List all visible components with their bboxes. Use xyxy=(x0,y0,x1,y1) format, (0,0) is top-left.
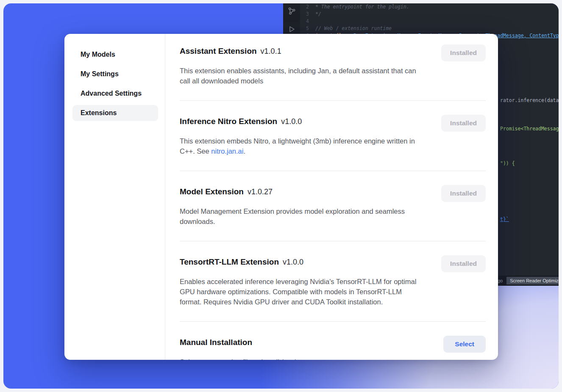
screen-reader-badge[interactable]: Screen Reader Optimize xyxy=(506,277,559,284)
nitro-jan-ai-link[interactable]: nitro.jan.ai xyxy=(211,147,243,155)
installed-button[interactable]: Installed xyxy=(441,115,486,132)
run-and-debug-icon[interactable] xyxy=(287,25,296,35)
installed-button[interactable]: Installed xyxy=(441,255,486,272)
extension-version: v1.0.0 xyxy=(281,117,302,126)
sidebar-item-extensions[interactable]: Extensions xyxy=(72,105,158,121)
code-line: 4 xyxy=(300,18,559,25)
extensions-list: Assistant Extensionv1.0.1 Installed This… xyxy=(165,34,498,360)
code-text: * The entrypoint for the plugin. xyxy=(315,3,409,11)
installed-button[interactable]: Installed xyxy=(441,185,486,202)
extension-row-tensorrt: TensortRT-LLM Extensionv1.0.0 Installed … xyxy=(180,241,486,322)
extension-row-nitro: Inference Nitro Extensionv1.0.0 Installe… xyxy=(180,101,486,171)
line-number: 2 xyxy=(300,3,315,11)
extension-title-text: Assistant Extension xyxy=(180,47,257,55)
extension-name: Inference Nitro Extensionv1.0.0 xyxy=(180,116,302,127)
select-file-button[interactable]: Select xyxy=(443,336,486,353)
extension-description: This extension embeds Nitro, a lightweig… xyxy=(180,136,425,156)
extension-version: v1.0.0 xyxy=(283,258,303,266)
graph-icon[interactable] xyxy=(287,7,296,17)
code-line: 2 * The entrypoint for the plugin. xyxy=(300,3,559,11)
extension-description: Model Management Extension provides mode… xyxy=(180,206,425,226)
extension-title-text: Inference Nitro Extension xyxy=(180,117,277,126)
code-fragment: Promise<ThreadMessage> xyxy=(500,125,559,132)
extension-version: v1.0.1 xyxy=(261,47,281,55)
sidebar-item-advanced-settings[interactable]: Advanced Settings xyxy=(72,86,158,102)
extension-name: TensortRT-LLM Extensionv1.0.0 xyxy=(180,257,303,268)
status-item: go xyxy=(498,278,503,283)
line-number: 5 xyxy=(300,25,315,32)
extension-description: Enables accelerated inference leveraging… xyxy=(180,276,425,307)
code-line: 5 // Web / extension runtime xyxy=(300,25,559,32)
app-window-background: 2 * The entrypoint for the plugin. 3 */ … xyxy=(3,3,559,389)
manual-installation-title: Manual Installation xyxy=(180,337,252,348)
code-fragment: t}` xyxy=(500,216,509,223)
code-fragment: ")) { xyxy=(500,160,515,167)
extension-row-assistant: Assistant Extensionv1.0.1 Installed This… xyxy=(180,45,486,101)
line-number: 4 xyxy=(300,18,315,25)
manual-installation-description: Select an extension file to install (.tg… xyxy=(180,357,425,360)
sidebar-item-my-settings[interactable]: My Settings xyxy=(72,66,158,82)
code-fragment: rator.inference(data)); xyxy=(500,97,559,104)
manual-installation-row: Manual Installation Select Select an ext… xyxy=(180,322,486,360)
sidebar-item-my-models[interactable]: My Models xyxy=(72,47,158,63)
code-line: 3 */ xyxy=(300,11,559,18)
extension-name: Assistant Extensionv1.0.1 xyxy=(180,46,281,57)
code-text: */ xyxy=(315,11,321,18)
settings-card: My Models My Settings Advanced Settings … xyxy=(64,34,498,360)
installed-button[interactable]: Installed xyxy=(441,44,486,61)
settings-sidebar: My Models My Settings Advanced Settings … xyxy=(64,34,165,360)
description-text: . xyxy=(243,147,245,155)
extension-title-text: Model Extension xyxy=(180,187,244,196)
extension-title-text: TensortRT-LLM Extension xyxy=(180,257,279,266)
extension-description: This extension enables assistants, inclu… xyxy=(180,66,425,86)
code-text: // Web / extension runtime xyxy=(315,25,392,32)
extension-row-model: Model Extensionv1.0.27 Installed Model M… xyxy=(180,171,486,241)
extension-name: Model Extensionv1.0.27 xyxy=(180,186,273,197)
line-number: 3 xyxy=(300,11,315,18)
extension-version: v1.0.27 xyxy=(248,188,273,196)
